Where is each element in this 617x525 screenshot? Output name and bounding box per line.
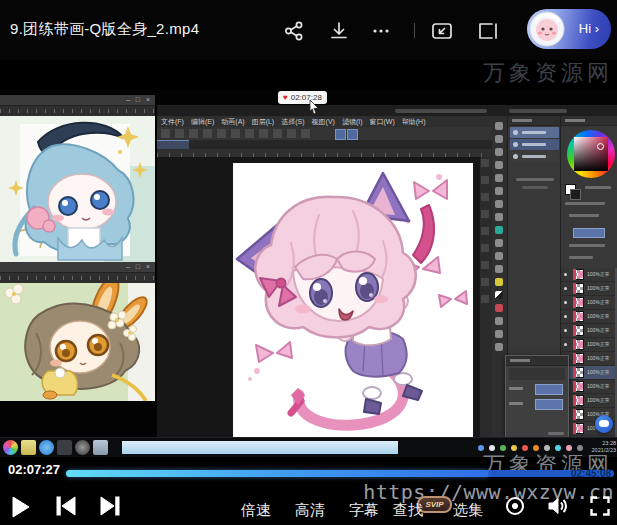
taskbar-aero-section — [122, 441, 398, 454]
layer-row: 100%正常 — [561, 282, 617, 296]
color-picker-dot — [597, 143, 604, 150]
subtool-item — [510, 151, 559, 162]
app-doc-info — [395, 109, 487, 113]
tool-icon — [495, 330, 503, 338]
app-menu-item: 窗口(W) — [370, 117, 395, 127]
taskbar-app-icon — [39, 440, 54, 455]
taskbar-app-icon — [57, 440, 72, 455]
tool-icon — [495, 200, 503, 208]
tool-icon — [495, 343, 503, 351]
tool-icon — [495, 174, 503, 182]
layers-list: 100%正常100%正常100%正常100%正常100%正常100%正常100%… — [561, 268, 617, 436]
window-controls-icons: – □ × — [126, 96, 152, 103]
app-menu-item: 帮助(H) — [402, 117, 426, 127]
layer-row: 100%正常 — [561, 296, 617, 310]
subtool-panel-header — [508, 116, 561, 126]
app-menu-item: 文件(F) — [161, 117, 184, 127]
tool-property-row2 — [569, 244, 605, 247]
canvas-artwork — [233, 163, 473, 437]
pip-icon[interactable] — [430, 19, 454, 43]
download-icon[interactable] — [327, 19, 351, 43]
collapsed-palette-strip — [480, 157, 491, 307]
volume-icon[interactable] — [548, 496, 570, 516]
tool-icon — [495, 317, 503, 325]
prev-episode-button[interactable] — [56, 496, 76, 516]
layer-row: 100%正常 — [561, 380, 617, 394]
fullscreen-icon[interactable] — [590, 496, 610, 516]
app-menu-item: 视图(V) — [312, 117, 335, 127]
taskbar-app-icon — [3, 440, 18, 455]
control-bar: 倍速 高清 字幕 查找 选集 — [0, 488, 617, 525]
tray-icon — [533, 445, 539, 451]
progress-bar[interactable]: 02:45:08 — [66, 470, 614, 477]
layer-row: 100%正常 — [561, 366, 617, 380]
window-toolbar — [0, 273, 155, 283]
paint-app-window: 文件(F)编辑(E)动画(A)图层(L)选择(S)视图(V)滤镜(I)窗口(W)… — [157, 105, 617, 437]
tool-icon — [495, 187, 503, 195]
brush-settings-popup — [505, 355, 569, 439]
app-menu-item: 选择(S) — [281, 117, 304, 127]
share-icon[interactable] — [282, 19, 306, 43]
subtool-item — [510, 139, 559, 150]
tray-icon — [544, 445, 550, 451]
layer-row: 100%正常 — [561, 310, 617, 324]
taskbar-app-icon — [21, 440, 36, 455]
search-button[interactable]: 查找 — [393, 501, 423, 520]
subtool-hint-text — [516, 178, 554, 181]
quality-button[interactable]: 高清 — [295, 501, 325, 520]
play-button[interactable] — [12, 496, 30, 518]
popup-field — [509, 383, 565, 395]
subtool-item-selected — [510, 127, 559, 138]
popup-field2 — [509, 398, 565, 410]
reference-image-blue-chibi — [0, 116, 155, 263]
color-wheel-panel — [560, 116, 617, 268]
video-player: 万象资源网 – □ × — [0, 0, 617, 525]
next-episode-button[interactable] — [100, 496, 120, 516]
progress-played — [66, 470, 488, 477]
layer-row: 100%正常 — [561, 338, 617, 352]
tool-icon — [495, 122, 503, 130]
hi-label: Hi › — [579, 21, 599, 36]
tray-icon — [577, 445, 583, 451]
tool-icon — [495, 265, 503, 273]
account-button[interactable]: Hi › — [527, 9, 611, 49]
tray-icon — [511, 445, 517, 451]
window-titlebar: – □ × — [0, 95, 155, 106]
window-toolbar — [0, 106, 155, 116]
tray-icon — [500, 445, 506, 451]
taskbar-app-icon — [75, 440, 90, 455]
avatar — [529, 11, 565, 47]
subtitles-button[interactable]: 字幕 — [349, 501, 379, 520]
recorded-desktop[interactable]: – □ × — [0, 90, 617, 456]
taskbar-app-icon — [93, 440, 108, 455]
tool-icon — [495, 148, 503, 156]
mouse-cursor — [309, 100, 319, 114]
miniplayer-icon[interactable] — [476, 19, 500, 43]
saturation-value-box — [574, 137, 608, 171]
color-tabs — [585, 186, 611, 189]
speed-button[interactable]: 倍速 — [241, 501, 271, 520]
reference-window-2: – □ × — [0, 262, 155, 400]
preview-tooltip: ♥ 02:07:28 — [278, 91, 327, 104]
layer-row: 100%正常 — [561, 394, 617, 408]
toolbar-active-tool — [335, 129, 346, 140]
toolbar-active-tool2 — [347, 129, 358, 140]
tool-property-row — [569, 214, 599, 217]
tool-icon — [495, 135, 503, 143]
canvas-page — [233, 163, 473, 437]
color-panel-header — [561, 116, 617, 126]
heart-icon: ♥ — [283, 93, 288, 102]
more-icon[interactable] — [369, 19, 393, 43]
popup-header — [506, 356, 568, 366]
popup-footer-icons — [548, 432, 564, 435]
app-doc-info2 — [509, 109, 567, 113]
canvas-area — [157, 157, 480, 437]
watermark-top: 万象资源网 — [483, 58, 613, 88]
record-icon[interactable] — [505, 496, 525, 516]
episodes-button[interactable]: 选集 — [453, 501, 483, 520]
taskbar-clock: 23:28 2021/2/23 — [588, 440, 616, 454]
video-title: 9.团练带画-Q版全身_2.mp4 — [10, 20, 199, 39]
layer-row: 100%正常 — [561, 268, 617, 282]
app-menu-item: 动画(A) — [221, 117, 244, 127]
current-time: 02:07:27 — [8, 462, 60, 477]
